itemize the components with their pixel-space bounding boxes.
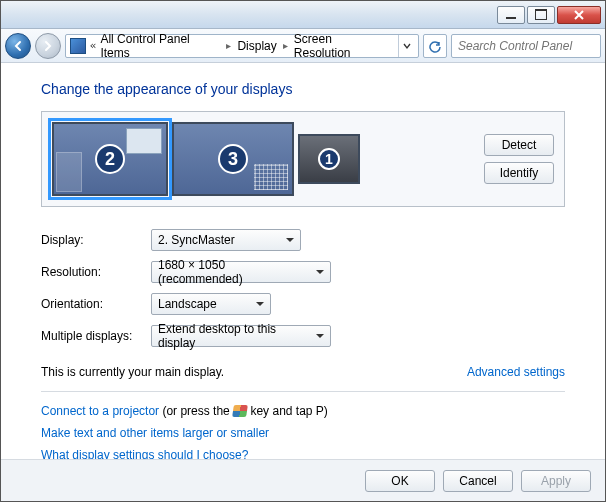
multiple-displays-row: Multiple displays: Extend desktop to thi… [41,325,565,347]
advanced-settings-link[interactable]: Advanced settings [467,365,565,379]
orientation-label: Orientation: [41,297,151,311]
what-settings-link[interactable]: What display settings should I choose? [41,448,248,459]
taskbar-thumbnail [56,152,82,192]
navigation-bar: « All Control Panel Items ▸ Display ▸ Sc… [1,29,605,63]
identify-button[interactable]: Identify [484,162,554,184]
breadcrumb-prefix: « [90,39,97,52]
back-button[interactable] [5,33,31,59]
status-row: This is currently your main display. Adv… [41,357,565,392]
page-title: Change the appearance of your displays [41,81,565,97]
resolution-value: 1680 × 1050 (recommended) [158,258,310,286]
calendar-thumbnail [254,164,288,190]
window-thumbnail [126,128,162,154]
monitors-group: 2 3 1 [52,122,360,196]
content-area: Change the appearance of your displays 2… [1,63,605,459]
orientation-row: Orientation: Landscape [41,293,565,315]
windows-key-icon [232,405,248,417]
chevron-right-icon: ▸ [281,40,290,51]
address-breadcrumb[interactable]: « All Control Panel Items ▸ Display ▸ Sc… [65,34,419,58]
maximize-button[interactable] [527,6,555,24]
display-arrangement-area[interactable]: 2 3 1 Detect Identify [41,111,565,207]
orientation-select[interactable]: Landscape [151,293,271,315]
resolution-select[interactable]: 1680 × 1050 (recommended) [151,261,331,283]
search-input[interactable] [456,38,606,54]
resolution-label: Resolution: [41,265,151,279]
window-titlebar [1,1,605,29]
chevron-right-icon: ▸ [224,40,233,51]
ok-button[interactable]: OK [365,470,435,492]
detect-button[interactable]: Detect [484,134,554,156]
breadcrumb-item[interactable]: All Control Panel Items [100,32,220,60]
text-size-link[interactable]: Make text and other items larger or smal… [41,426,269,440]
main-display-status: This is currently your main display. [41,365,224,379]
close-button[interactable] [557,6,601,24]
display-label: Display: [41,233,151,247]
monitor-number: 1 [318,148,340,170]
control-panel-icon [70,38,86,54]
projector-hint-b: key and tap P) [247,404,328,418]
search-box[interactable] [451,34,601,58]
monitor-3[interactable]: 3 [172,122,294,196]
refresh-button[interactable] [423,34,447,58]
arrangement-buttons: Detect Identify [484,134,554,184]
dialog-footer: OK Cancel Apply [1,459,605,501]
screen-resolution-window: « All Control Panel Items ▸ Display ▸ Sc… [0,0,606,502]
multiple-displays-label: Multiple displays: [41,329,151,343]
cancel-button[interactable]: Cancel [443,470,513,492]
orientation-value: Landscape [158,297,217,311]
breadcrumb-item[interactable]: Screen Resolution [294,32,390,60]
monitor-number: 3 [218,144,248,174]
projector-line: Connect to a projector (or press the key… [41,404,565,418]
display-row: Display: 2. SyncMaster [41,229,565,251]
monitor-1[interactable]: 1 [298,134,360,184]
forward-button[interactable] [35,33,61,59]
connect-projector-link[interactable]: Connect to a projector [41,404,159,418]
display-value: 2. SyncMaster [158,233,235,247]
projector-hint-a: (or press the [159,404,233,418]
multiple-displays-value: Extend desktop to this display [158,322,310,350]
breadcrumb-item[interactable]: Display [237,39,276,53]
minimize-button[interactable] [497,6,525,24]
monitor-2[interactable]: 2 [52,122,168,196]
breadcrumb-dropdown[interactable] [398,35,414,57]
monitor-number: 2 [95,144,125,174]
apply-button[interactable]: Apply [521,470,591,492]
display-select[interactable]: 2. SyncMaster [151,229,301,251]
multiple-displays-select[interactable]: Extend desktop to this display [151,325,331,347]
resolution-row: Resolution: 1680 × 1050 (recommended) [41,261,565,283]
